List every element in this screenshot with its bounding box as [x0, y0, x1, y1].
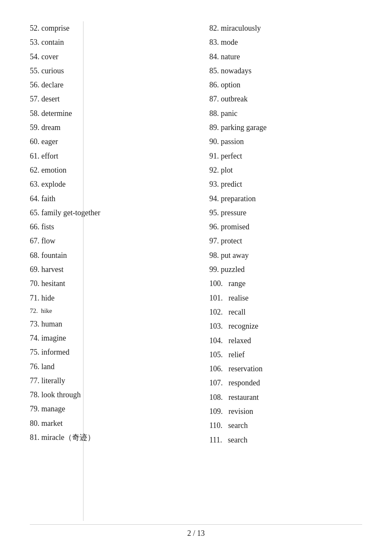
list-item: 74. imagine: [30, 331, 183, 345]
list-item: 95. pressure: [209, 206, 362, 220]
list-item: 99. puzzled: [209, 263, 362, 277]
list-item: 53. contain: [30, 35, 183, 49]
list-item: 104. relaxed: [209, 334, 362, 348]
list-item: 85. nowadays: [209, 64, 362, 78]
list-item: 67. flow: [30, 234, 183, 248]
list-item: 86. option: [209, 78, 362, 92]
page-container: 52. comprise53. contain54. cover55. curi…: [0, 0, 392, 555]
list-item: 98. put away: [209, 249, 362, 263]
list-item: 52. comprise: [30, 21, 183, 35]
list-item: 76. land: [30, 360, 183, 374]
list-item: 97. protect: [209, 234, 362, 248]
page-number: 2 / 13: [187, 529, 205, 538]
list-item: 81. miracle（奇迹）: [30, 431, 183, 445]
list-item: 107. responded: [209, 376, 362, 390]
list-item: 71. hide: [30, 291, 183, 305]
list-item: 73. human: [30, 317, 183, 331]
main-columns: 52. comprise53. contain54. cover55. curi…: [30, 21, 362, 447]
right-column: 82. miraculously83. mode84. nature85. no…: [209, 21, 362, 447]
list-item: 77. literally: [30, 374, 183, 388]
list-item: 101. realise: [209, 291, 362, 305]
list-item: 90. passion: [209, 135, 362, 149]
list-item: 79. manage: [30, 402, 183, 416]
list-item: 60. eager: [30, 135, 183, 149]
list-item: 66. fists: [30, 220, 183, 234]
list-item: 78. look through: [30, 388, 183, 402]
list-item: 103. recognize: [209, 319, 362, 333]
list-item: 94. preparation: [209, 192, 362, 206]
list-item: 96. promised: [209, 220, 362, 234]
list-item: 57. desert: [30, 92, 183, 106]
list-item: 91. perfect: [209, 149, 362, 163]
list-item: 69. harvest: [30, 263, 183, 277]
list-item: 65. family get-together: [30, 206, 183, 220]
left-divider: [83, 21, 84, 521]
list-item: 87. outbreak: [209, 92, 362, 106]
list-item: 105. relief: [209, 348, 362, 362]
list-item: 64. faith: [30, 192, 183, 206]
list-item: 108. restaurant: [209, 390, 362, 405]
list-item: 102. recall: [209, 305, 362, 319]
list-item: 75. informed: [30, 345, 183, 359]
list-item: 68. fountain: [30, 249, 183, 263]
list-item: 58. determine: [30, 107, 183, 121]
list-item: 80. market: [30, 416, 183, 431]
list-item: 89. parking garage: [209, 121, 362, 135]
list-item: 82. miraculously: [209, 21, 362, 35]
list-item: 55. curious: [30, 64, 183, 78]
list-item: 93. predict: [209, 177, 362, 191]
list-item: 70. hesitant: [30, 277, 183, 291]
list-item: 72. hike: [30, 305, 183, 317]
list-item: 92. plot: [209, 163, 362, 177]
list-item: 111. search: [209, 433, 362, 447]
list-item: 62. emotion: [30, 163, 183, 177]
list-item: 109. revision: [209, 405, 362, 419]
list-item: 59. dream: [30, 121, 183, 135]
list-item: 54. cover: [30, 50, 183, 64]
list-item: 84. nature: [209, 50, 362, 64]
list-item: 106. reservation: [209, 362, 362, 376]
left-column: 52. comprise53. contain54. cover55. curi…: [30, 21, 183, 447]
list-item: 63. explode: [30, 177, 183, 191]
list-item: 83. mode: [209, 35, 362, 49]
list-item: 56. declare: [30, 78, 183, 92]
page-footer: 2 / 13: [30, 524, 362, 538]
list-item: 88. panic: [209, 107, 362, 121]
list-item: 61. effort: [30, 149, 183, 163]
list-item: 100. range: [209, 277, 362, 291]
list-item: 110. search: [209, 419, 362, 433]
